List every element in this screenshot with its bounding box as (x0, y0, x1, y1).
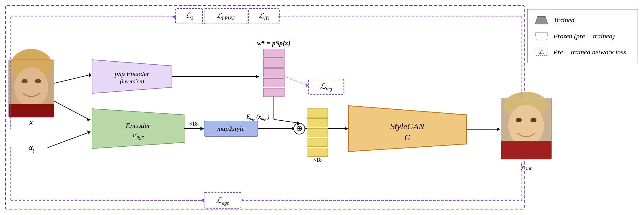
x18-label-1: ×18 (189, 121, 198, 127)
svg-point-20 (516, 118, 522, 122)
arrowhead-encoder-map2style (200, 127, 204, 130)
legend-trained-label: Trained (553, 16, 574, 24)
psp-encoder-sublabel: (inversion) (120, 78, 144, 85)
legend-loss-shape: ℒ* (534, 46, 549, 58)
svg-rect-8 (263, 59, 284, 67)
svg-rect-12 (307, 109, 328, 117)
legend-trained-shape (534, 14, 549, 26)
x18-label-2: ×18 (313, 157, 322, 163)
svg-rect-13 (307, 119, 328, 127)
svg-point-19 (508, 105, 544, 146)
arrowhead-yellowstack-stylegan (345, 127, 348, 130)
arrow-x-to-encoder (54, 101, 89, 119)
arrowhead-to-lage-left (200, 198, 204, 202)
arrowhead-psp-wstar (256, 75, 259, 78)
legend-item-loss: ℒ* Pre − trained network loss (534, 46, 631, 58)
svg-rect-10 (263, 78, 284, 87)
svg-rect-7 (263, 49, 284, 58)
arrow-alpha-to-encoder (48, 132, 89, 148)
encoder-eage-label: Encoder (125, 122, 151, 130)
legend-loss-label: Pre − trained network loss (553, 48, 626, 56)
outer-dashed-border (6, 6, 524, 209)
svg-rect-14 (307, 128, 328, 137)
wstar-label: w* = pSp(x) (257, 39, 290, 47)
combined-w-stack (307, 109, 328, 157)
arrowhead-x-psp (89, 73, 91, 77)
output-face-group (501, 92, 552, 159)
svg-rect-5 (9, 104, 54, 117)
arrow-wstar-lreg (284, 77, 308, 85)
arrowhead-x-encoder (87, 118, 91, 122)
legend-item-trained: Trained (534, 14, 631, 26)
arrowhead-wstar-lreg (306, 83, 308, 87)
svg-marker-25 (535, 32, 548, 40)
input-face-group (9, 49, 54, 117)
diagram-container: x αt pSp Encoder (inversion) Encoder Eag… (0, 0, 644, 215)
alpha-t-label: αt (29, 143, 35, 154)
legend-frozen-label: Frozen (pre − trained) (553, 32, 615, 40)
eage-output-label: Eage(xage) (246, 113, 270, 121)
stylegan-label: StyleGAN (390, 122, 425, 131)
arrowhead-alpha-encoder (87, 130, 91, 134)
svg-rect-15 (307, 138, 328, 147)
arrow-wstar-to-plus (274, 119, 299, 123)
svg-rect-11 (263, 88, 284, 97)
svg-point-4 (35, 79, 41, 83)
stylegan-g-label: G (405, 133, 410, 142)
svg-point-2 (14, 67, 48, 107)
svg-rect-9 (263, 69, 284, 77)
arrowhead-stylegan-output (497, 127, 500, 131)
map2style-label: map2style (217, 125, 244, 132)
svg-marker-24 (535, 17, 548, 24)
input-x-label: x (29, 117, 33, 127)
svg-point-21 (530, 118, 537, 122)
arrowhead-to-lage-right (242, 198, 243, 202)
legend-box: Trained Frozen (pre − trained) ℒ* Pre − … (527, 9, 638, 63)
wstar-stack (263, 49, 284, 97)
arrow-x-to-psp (54, 75, 89, 83)
svg-rect-16 (307, 148, 328, 157)
svg-rect-22 (501, 141, 552, 159)
plus-symbol: ⊕ (296, 124, 303, 133)
arrowhead-to-l2 (172, 15, 176, 19)
svg-point-3 (21, 79, 28, 83)
legend-frozen-shape (534, 30, 549, 42)
legend-item-frozen: Frozen (pre − trained) (534, 30, 631, 42)
psp-encoder-label: pSp Encoder (114, 70, 149, 77)
